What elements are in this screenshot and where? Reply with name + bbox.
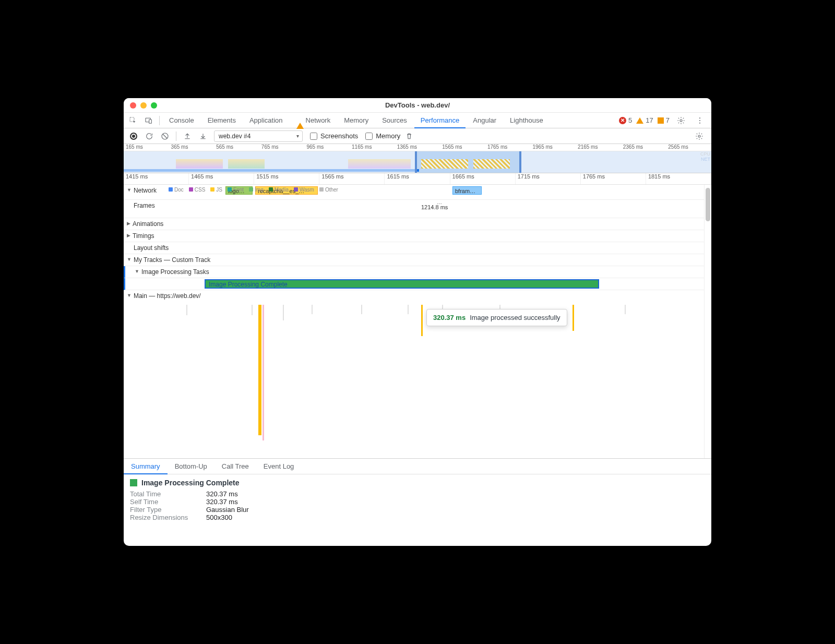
tab-memory[interactable]: Memory	[338, 113, 375, 128]
custom-track-group[interactable]: ▼My Tracks — Custom Track	[124, 254, 711, 266]
tab-network-label: Network	[306, 116, 331, 124]
warning-icon	[296, 117, 304, 124]
tab-elements[interactable]: Elements	[201, 113, 242, 128]
tab-network[interactable]: Network	[290, 113, 337, 128]
clear-button[interactable]	[158, 129, 172, 143]
summary-key: Filter Type	[130, 506, 198, 514]
summary-panel: Image Processing Complete Total Time320.…	[124, 474, 711, 526]
legend-img: Img	[249, 187, 264, 193]
inspect-element-icon[interactable]	[126, 113, 140, 128]
warning-count[interactable]: 17	[636, 116, 653, 124]
tooltip-duration: 320.37 ms	[433, 314, 466, 321]
issues-icon	[658, 117, 664, 124]
legend-other: Other	[319, 187, 338, 193]
overview-handle-left[interactable]	[415, 151, 417, 173]
screenshots-checkbox-label: Screenshots	[320, 132, 358, 140]
performance-toolbar: web.dev #4 Screenshots Memory	[124, 128, 711, 144]
divider	[176, 132, 176, 141]
upload-icon[interactable]	[181, 129, 194, 143]
error-count-value: 5	[628, 116, 632, 124]
entry-tooltip: 320.37 ms Image processed successfully	[426, 309, 567, 326]
frames-track-label[interactable]: Frames	[124, 200, 165, 211]
collect-garbage-icon[interactable]	[402, 129, 416, 143]
svg-rect-2	[149, 120, 152, 123]
device-toolbar-icon[interactable]	[141, 113, 156, 128]
summary-row: Total Time320.37 ms	[130, 490, 705, 498]
screenshots-checkbox[interactable]: Screenshots	[310, 132, 358, 140]
scrollbar-thumb[interactable]	[706, 188, 710, 221]
tab-application[interactable]: Application	[243, 113, 289, 128]
devtools-tabstrip: Console Elements Application Network Mem…	[124, 113, 711, 128]
tracks-scrollbar[interactable]	[704, 185, 711, 458]
record-button[interactable]	[127, 129, 140, 143]
tooltip-text: Image processed successfully	[470, 314, 560, 321]
tracks-pane[interactable]: ▼ Network logo… recaptcha__es_… bfram… D…	[124, 185, 711, 458]
svg-point-3	[680, 120, 682, 122]
summary-value: 320.37 ms	[206, 498, 238, 506]
legend-doc: Doc	[169, 187, 184, 193]
bottom-tabs: Summary Bottom-Up Call Tree Event Log	[124, 459, 711, 474]
custom-track-entry[interactable]: Image Processing Complete	[205, 279, 599, 289]
window-title: DevTools - web.dev/	[124, 101, 711, 109]
recording-dropdown[interactable]: web.dev #4	[214, 130, 303, 142]
overview-handle-right[interactable]	[519, 151, 521, 173]
tab-event-log[interactable]: Event Log	[256, 459, 302, 474]
reload-record-button[interactable]	[142, 129, 156, 143]
capture-settings-icon[interactable]	[693, 129, 706, 143]
summary-value: 320.37 ms	[206, 490, 238, 498]
download-icon[interactable]	[196, 129, 210, 143]
summary-title: Image Processing Complete	[130, 479, 705, 487]
macos-titlebar: DevTools - web.dev/	[124, 98, 711, 113]
tab-lighthouse[interactable]: Lighthouse	[504, 113, 550, 128]
legend-js: JS	[210, 187, 222, 193]
divider	[159, 116, 160, 125]
summary-row: Self Time320.37 ms	[130, 498, 705, 506]
bottom-pane: Summary Bottom-Up Call Tree Event Log Im…	[124, 458, 711, 546]
legend-media: Media	[269, 187, 289, 193]
error-count[interactable]: ✕ 5	[619, 116, 632, 124]
network-track-label[interactable]: ▼ Network	[124, 185, 165, 196]
overview-washout-right	[520, 151, 711, 173]
layout-shifts-track[interactable]: Layout shifts	[124, 242, 711, 254]
disclosure-icon[interactable]: ▼	[127, 187, 132, 193]
kebab-menu-icon[interactable]	[693, 113, 707, 128]
memory-checkbox[interactable]: Memory	[365, 132, 400, 140]
tab-call-tree[interactable]: Call Tree	[214, 459, 256, 474]
frames-time: 1214.8 ms	[421, 204, 448, 210]
summary-key: Resize Dimensions	[130, 514, 198, 521]
main-track[interactable]: ▼Main — https://web.dev/	[124, 290, 711, 302]
svg-point-5	[699, 120, 700, 121]
tab-performance[interactable]: Performance	[414, 113, 466, 128]
animations-track[interactable]: ▶Animations	[124, 218, 711, 230]
memory-checkbox-label: Memory	[376, 132, 400, 140]
tab-bottom-up[interactable]: Bottom-Up	[168, 459, 214, 474]
legend-font: Font	[228, 187, 244, 193]
timings-track[interactable]: ▶Timings	[124, 230, 711, 242]
issues-count[interactable]: 7	[658, 116, 670, 124]
frames-track-body: … 1214.8 ms	[165, 200, 711, 218]
summary-title-text: Image Processing Complete	[141, 479, 240, 487]
summary-swatch	[130, 479, 137, 486]
legend-wasm: Wasm	[294, 187, 314, 193]
tab-console[interactable]: Console	[163, 113, 200, 128]
custom-track-subgroup[interactable]: ▼Image Processing Tasks	[124, 266, 711, 278]
memory-checkbox-input[interactable]	[365, 133, 373, 140]
warning-icon	[636, 117, 643, 124]
tab-sources[interactable]: Sources	[376, 113, 413, 128]
network-bar-bframe[interactable]: bfram…	[452, 186, 482, 195]
issues-count-value: 7	[666, 116, 670, 124]
overview-minimap[interactable]: 165 ms365 ms 565 ms765 ms 965 ms1165 ms …	[124, 144, 711, 173]
settings-icon[interactable]	[674, 113, 688, 128]
screenshots-checkbox-input[interactable]	[310, 133, 317, 140]
summary-row: Filter TypeGaussian Blur	[130, 506, 705, 514]
overview-ticks: 165 ms365 ms 565 ms765 ms 965 ms1165 ms …	[124, 144, 711, 151]
tab-summary[interactable]: Summary	[124, 459, 168, 474]
main-track-flamechart[interactable]	[124, 302, 711, 443]
summary-value: 500x300	[206, 514, 232, 521]
tab-angular[interactable]: Angular	[467, 113, 503, 128]
devtools-window: DevTools - web.dev/ Console Elements App…	[124, 98, 711, 546]
summary-row: Resize Dimensions500x300	[130, 514, 705, 521]
overview-washout-left	[124, 151, 416, 173]
recording-dropdown-value: web.dev #4	[219, 133, 250, 140]
summary-key: Self Time	[130, 498, 198, 506]
